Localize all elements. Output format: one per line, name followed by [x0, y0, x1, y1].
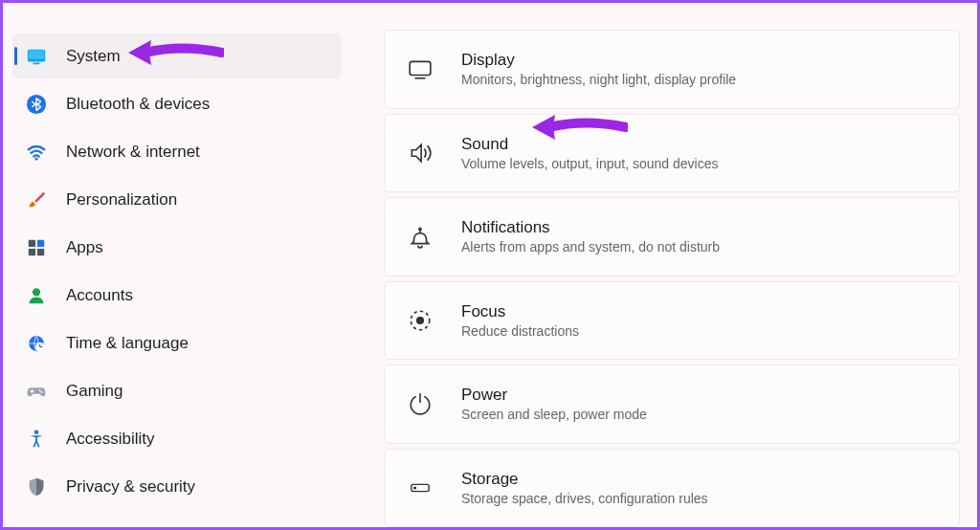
accessibility-icon [26, 429, 47, 450]
svg-rect-1 [29, 50, 45, 58]
sidebar-item-label: Time & language [66, 334, 189, 353]
sidebar-item-bluetooth[interactable]: Bluetooth & devices [12, 81, 342, 126]
shield-icon [26, 476, 47, 497]
sidebar-item-label: Bluetooth & devices [66, 95, 210, 114]
display-icon [406, 55, 434, 83]
system-settings-list: Display Monitors, brightness, night ligh… [357, 3, 977, 527]
wifi-icon [26, 142, 47, 163]
card-title: Focus [461, 302, 579, 321]
sidebar-item-apps[interactable]: Apps [12, 225, 342, 270]
card-power[interactable]: Power Screen and sleep, power mode [384, 364, 960, 444]
svg-point-20 [34, 430, 39, 434]
svg-rect-8 [37, 248, 44, 254]
sidebar-item-label: Accessibility [66, 430, 155, 449]
bluetooth-icon [26, 94, 47, 115]
card-subtitle: Reduce distractions [461, 323, 579, 339]
svg-point-17 [41, 391, 43, 393]
svg-point-4 [35, 157, 38, 160]
card-title: Display [461, 51, 736, 70]
svg-rect-7 [29, 248, 35, 254]
sound-icon [406, 139, 434, 167]
accounts-icon [26, 285, 47, 306]
sidebar-item-gaming[interactable]: Gaming [12, 368, 342, 413]
clock-globe-icon [26, 333, 47, 354]
sidebar-item-network[interactable]: Network & internet [12, 129, 342, 174]
sidebar-item-accessibility[interactable]: Accessibility [12, 416, 342, 461]
svg-rect-5 [29, 239, 35, 246]
svg-point-16 [39, 389, 41, 391]
sidebar-item-label: Gaming [66, 382, 123, 401]
power-icon [406, 389, 434, 418]
apps-icon [26, 237, 47, 258]
sidebar-item-privacy[interactable]: Privacy & security [12, 464, 342, 509]
system-icon [26, 46, 47, 67]
svg-point-9 [33, 288, 40, 296]
sidebar-item-personalization[interactable]: Personalization [12, 177, 342, 222]
card-sound[interactable]: Sound Volume levels, output, input, soun… [384, 114, 960, 193]
card-title: Notifications [461, 218, 720, 237]
sidebar-item-accounts[interactable]: Accounts [12, 273, 342, 318]
card-subtitle: Screen and sleep, power mode [461, 407, 647, 422]
svg-rect-21 [410, 62, 431, 76]
card-title: Power [461, 386, 647, 405]
card-display[interactable]: Display Monitors, brightness, night ligh… [384, 30, 960, 109]
card-subtitle: Monitors, brightness, night light, displ… [461, 72, 736, 87]
sidebar-item-label: Personalization [66, 190, 177, 210]
sidebar-item-label: Accounts [66, 286, 133, 305]
card-storage[interactable]: Storage Storage space, drives, configura… [384, 449, 960, 528]
gaming-icon [26, 381, 47, 402]
card-subtitle: Alerts from apps and system, do not dist… [461, 239, 720, 254]
focus-icon [406, 306, 434, 335]
svg-rect-2 [33, 62, 39, 64]
card-focus[interactable]: Focus Reduce distractions [384, 281, 960, 361]
sidebar-item-system[interactable]: System [12, 33, 342, 78]
svg-point-29 [414, 487, 416, 489]
settings-sidebar: System Bluetooth & devices Network & int… [3, 3, 357, 527]
storage-icon [406, 474, 434, 502]
card-title: Storage [461, 470, 708, 489]
svg-point-13 [35, 342, 44, 351]
sidebar-item-label: System [66, 47, 121, 66]
svg-rect-6 [37, 239, 44, 246]
sidebar-item-label: Network & internet [66, 143, 200, 162]
card-notifications[interactable]: Notifications Alerts from apps and syste… [384, 197, 960, 276]
sidebar-item-label: Privacy & security [66, 477, 195, 497]
card-title: Sound [461, 135, 719, 154]
sidebar-item-time[interactable]: Time & language [12, 320, 342, 365]
svg-point-24 [419, 229, 421, 231]
brush-icon [26, 189, 47, 210]
bell-icon [406, 222, 434, 251]
card-subtitle: Volume levels, output, input, sound devi… [461, 156, 719, 171]
svg-point-26 [417, 318, 424, 324]
card-subtitle: Storage space, drives, configuration rul… [461, 491, 708, 506]
sidebar-item-label: Apps [66, 238, 103, 257]
